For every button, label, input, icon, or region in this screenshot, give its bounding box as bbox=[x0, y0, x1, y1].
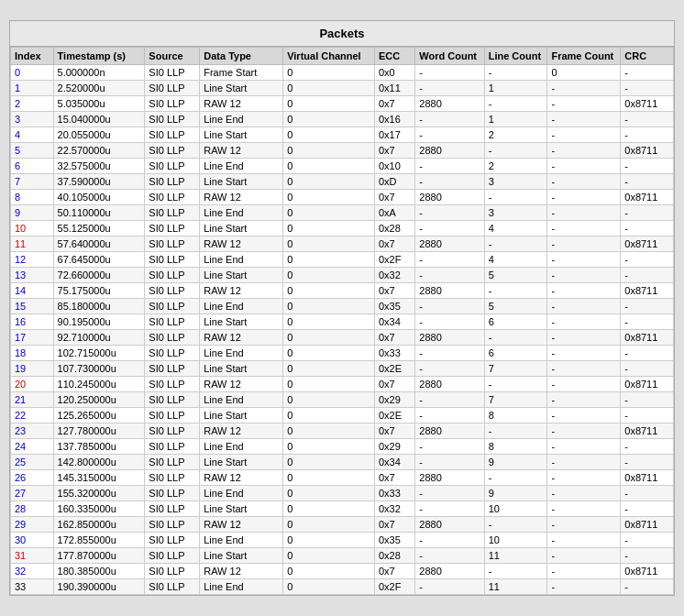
table-row[interactable]: 1055.125000uSI0 LLPLine Start00x28-4-- bbox=[11, 221, 674, 236]
col-header-linecount: Line Count bbox=[484, 48, 547, 65]
table-row[interactable]: 1585.180000uSI0 LLPLine End00x35-5-- bbox=[11, 299, 674, 314]
cell-source: SI0 LLP bbox=[145, 65, 200, 81]
table-row[interactable]: 27155.320000uSI0 LLPLine End00x33-9-- bbox=[11, 486, 674, 501]
cell-source: SI0 LLP bbox=[145, 501, 200, 517]
table-row[interactable]: 28160.335000uSI0 LLPLine Start00x32-10-- bbox=[11, 501, 674, 517]
table-row[interactable]: 25142.800000uSI0 LLPLine Start00x34-9-- bbox=[11, 455, 674, 470]
cell-timestamp: 102.715000u bbox=[53, 346, 145, 361]
table-row[interactable]: 1690.195000uSI0 LLPLine Start00x34-6-- bbox=[11, 314, 674, 330]
table-row[interactable]: 19107.730000uSI0 LLPLine Start00x2E-7-- bbox=[11, 361, 674, 377]
cell-vchannel: 0 bbox=[283, 221, 375, 236]
cell-ecc: 0x32 bbox=[374, 268, 414, 283]
table-row[interactable]: 632.575000uSI0 LLPLine End00x10-2-- bbox=[11, 159, 674, 174]
cell-framecount: - bbox=[547, 377, 621, 392]
cell-source: SI0 LLP bbox=[145, 486, 200, 501]
table-row[interactable]: 22125.265000uSI0 LLPLine Start00x2E-8-- bbox=[11, 408, 674, 424]
cell-linecount: 10 bbox=[484, 501, 547, 517]
cell-vchannel: 0 bbox=[283, 501, 375, 517]
cell-datatype: Line Start bbox=[200, 174, 283, 190]
cell-wordcount: - bbox=[415, 501, 484, 517]
table-row[interactable]: 18102.715000uSI0 LLPLine End00x33-6-- bbox=[11, 346, 674, 361]
cell-vchannel: 0 bbox=[283, 314, 375, 330]
cell-framecount: - bbox=[547, 330, 621, 346]
cell-framecount: - bbox=[547, 221, 621, 236]
cell-crc: - bbox=[621, 486, 674, 501]
cell-ecc: 0x2E bbox=[374, 361, 414, 377]
cell-source: SI0 LLP bbox=[145, 517, 200, 533]
cell-datatype: RAW 12 bbox=[200, 190, 283, 205]
cell-linecount: 2 bbox=[484, 159, 547, 174]
cell-linecount: - bbox=[484, 377, 547, 392]
table-row[interactable]: 32180.385000uSI0 LLPRAW 1200x72880--0x87… bbox=[11, 564, 674, 579]
cell-framecount: - bbox=[547, 314, 621, 330]
cell-datatype: Frame Start bbox=[200, 65, 283, 81]
cell-crc: - bbox=[621, 361, 674, 377]
table-row[interactable]: 31177.870000uSI0 LLPLine Start00x28-11-- bbox=[11, 548, 674, 564]
cell-vchannel: 0 bbox=[283, 346, 375, 361]
table-row[interactable]: 12.520000uSI0 LLPLine Start00x11-1-- bbox=[11, 81, 674, 96]
cell-vchannel: 0 bbox=[283, 299, 375, 314]
table-row[interactable]: 21120.250000uSI0 LLPLine End00x29-7-- bbox=[11, 392, 674, 408]
table-row[interactable]: 05.000000nSI0 LLPFrame Start00x0--0- bbox=[11, 65, 674, 81]
cell-index: 25 bbox=[11, 455, 54, 470]
table-row[interactable]: 33190.390000uSI0 LLPLine End00x2F-11-- bbox=[11, 579, 674, 595]
table-row[interactable]: 23127.780000uSI0 LLPRAW 1200x72880--0x87… bbox=[11, 424, 674, 439]
cell-wordcount: 2880 bbox=[415, 470, 484, 486]
table-row[interactable]: 25.035000uSI0 LLPRAW 1200x72880--0x8711 bbox=[11, 96, 674, 112]
table-row[interactable]: 30172.855000uSI0 LLPLine End00x35-10-- bbox=[11, 533, 674, 548]
table-row[interactable]: 950.110000uSI0 LLPLine End00xA-3-- bbox=[11, 205, 674, 221]
table-row[interactable]: 840.105000uSI0 LLPRAW 1200x72880--0x8711 bbox=[11, 190, 674, 205]
cell-datatype: Line Start bbox=[200, 548, 283, 564]
table-row[interactable]: 24137.785000uSI0 LLPLine End00x29-8-- bbox=[11, 439, 674, 455]
cell-framecount: - bbox=[547, 81, 621, 96]
cell-framecount: - bbox=[547, 346, 621, 361]
cell-framecount: - bbox=[547, 455, 621, 470]
cell-crc: 0x8711 bbox=[621, 517, 674, 533]
table-row[interactable]: 522.570000uSI0 LLPRAW 1200x72880--0x8711 bbox=[11, 143, 674, 159]
cell-crc: 0x8711 bbox=[621, 96, 674, 112]
cell-ecc: 0x7 bbox=[374, 236, 414, 252]
cell-wordcount: - bbox=[415, 314, 484, 330]
cell-datatype: RAW 12 bbox=[200, 330, 283, 346]
cell-crc: - bbox=[621, 174, 674, 190]
cell-index: 26 bbox=[11, 470, 54, 486]
cell-linecount: 10 bbox=[484, 533, 547, 548]
table-row[interactable]: 1372.660000uSI0 LLPLine Start00x32-5-- bbox=[11, 268, 674, 283]
cell-datatype: Line End bbox=[200, 392, 283, 408]
cell-source: SI0 LLP bbox=[145, 205, 200, 221]
table-wrapper[interactable]: Index Timestamp (s) Source Data Type Vir… bbox=[10, 47, 674, 595]
cell-index: 17 bbox=[11, 330, 54, 346]
cell-source: SI0 LLP bbox=[145, 439, 200, 455]
cell-vchannel: 0 bbox=[283, 236, 375, 252]
cell-timestamp: 137.785000u bbox=[53, 439, 145, 455]
cell-linecount: 3 bbox=[484, 174, 547, 190]
cell-linecount: 5 bbox=[484, 268, 547, 283]
cell-timestamp: 32.575000u bbox=[53, 159, 145, 174]
cell-datatype: Line End bbox=[200, 112, 283, 127]
table-row[interactable]: 737.590000uSI0 LLPLine Start00xD-3-- bbox=[11, 174, 674, 190]
table-row[interactable]: 20110.245000uSI0 LLPRAW 1200x72880--0x87… bbox=[11, 377, 674, 392]
table-row[interactable]: 1475.175000uSI0 LLPRAW 1200x72880--0x871… bbox=[11, 283, 674, 299]
cell-crc: - bbox=[621, 268, 674, 283]
cell-crc: 0x8711 bbox=[621, 424, 674, 439]
cell-wordcount: 2880 bbox=[415, 424, 484, 439]
cell-datatype: RAW 12 bbox=[200, 470, 283, 486]
table-row[interactable]: 315.040000uSI0 LLPLine End00x16-1-- bbox=[11, 112, 674, 127]
cell-source: SI0 LLP bbox=[145, 392, 200, 408]
cell-timestamp: 127.780000u bbox=[53, 424, 145, 439]
cell-source: SI0 LLP bbox=[145, 579, 200, 595]
cell-wordcount: 2880 bbox=[415, 517, 484, 533]
table-row[interactable]: 1157.640000uSI0 LLPRAW 1200x72880--0x871… bbox=[11, 236, 674, 252]
table-row[interactable]: 1792.710000uSI0 LLPRAW 1200x72880--0x871… bbox=[11, 330, 674, 346]
table-row[interactable]: 420.055000uSI0 LLPLine Start00x17-2-- bbox=[11, 127, 674, 143]
cell-ecc: 0x33 bbox=[374, 346, 414, 361]
cell-crc: - bbox=[621, 127, 674, 143]
table-row[interactable]: 26145.315000uSI0 LLPRAW 1200x72880--0x87… bbox=[11, 470, 674, 486]
cell-index: 22 bbox=[11, 408, 54, 424]
table-row[interactable]: 29162.850000uSI0 LLPRAW 1200x72880--0x87… bbox=[11, 517, 674, 533]
cell-ecc: 0x7 bbox=[374, 96, 414, 112]
cell-linecount: 11 bbox=[484, 579, 547, 595]
cell-crc: - bbox=[621, 159, 674, 174]
table-row[interactable]: 1267.645000uSI0 LLPLine End00x2F-4-- bbox=[11, 252, 674, 268]
cell-crc: - bbox=[621, 439, 674, 455]
